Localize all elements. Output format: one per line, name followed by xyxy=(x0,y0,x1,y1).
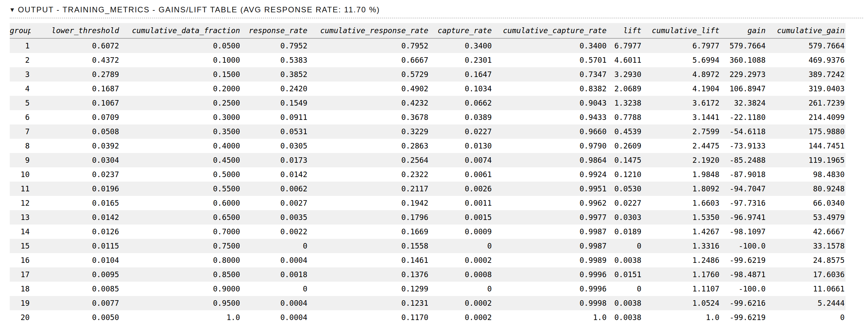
table-cell: 7 xyxy=(10,124,31,139)
table-cell: 0.9977 xyxy=(493,210,608,224)
table-cell: 0.9998 xyxy=(493,296,608,310)
table-cell: 0.2301 xyxy=(429,53,493,67)
table-cell: 0.2500 xyxy=(120,96,241,110)
table-cell: 0.2117 xyxy=(308,182,429,196)
table-cell: 0.1210 xyxy=(608,167,642,182)
table-cell: 0.0392 xyxy=(31,139,120,153)
column-header-capture-rate: capture_rate xyxy=(429,23,493,38)
table-cell: 0.0004 xyxy=(241,296,308,310)
column-header-cumulative-response-rate: cumulative_response_rate xyxy=(308,23,429,38)
table-cell: 0.0165 xyxy=(31,196,120,210)
table-cell: 14 xyxy=(10,224,31,239)
table-cell: 0.2322 xyxy=(308,167,429,182)
table-cell: 0.0227 xyxy=(429,124,493,139)
table-cell: -99.6219 xyxy=(720,310,767,321)
table-cell: 389.7242 xyxy=(767,67,845,81)
table-row: 140.01260.70000.00220.16690.00090.99870.… xyxy=(10,224,845,239)
table-cell: 0 xyxy=(241,282,308,296)
table-cell: 0.9987 xyxy=(493,224,608,239)
column-header-cumulative-capture-rate: cumulative_capture_rate xyxy=(493,23,608,38)
table-cell: 16 xyxy=(10,253,31,268)
table-row: 20.43720.10000.53830.66670.23010.57014.6… xyxy=(10,53,845,67)
table-cell: 119.1965 xyxy=(767,153,845,167)
table-cell: 0.3400 xyxy=(429,38,493,53)
table-cell: -100.0 xyxy=(720,239,767,253)
table-cell: 0.1942 xyxy=(308,196,429,210)
table-cell: 0.9433 xyxy=(493,110,608,124)
table-cell: 0.7000 xyxy=(120,224,241,239)
table-cell: 0 xyxy=(767,310,845,321)
table-cell: 1.0 xyxy=(493,310,608,321)
table-cell: 2.7599 xyxy=(642,124,720,139)
table-row: 90.03040.45000.01730.25640.00740.98640.1… xyxy=(10,153,845,167)
table-cell: -99.6216 xyxy=(720,296,767,310)
table-cell: 6 xyxy=(10,110,31,124)
table-row: 150.01150.750000.155800.998701.3316-100.… xyxy=(10,239,845,253)
table-cell: 0.3678 xyxy=(308,110,429,124)
table-cell: 469.9376 xyxy=(767,53,845,67)
table-cell: 0 xyxy=(608,239,642,253)
table-cell: 0.0227 xyxy=(608,196,642,210)
table-header-row: group lower_threshold cumulative_data_fr… xyxy=(10,23,845,38)
table-cell: 8 xyxy=(10,139,31,153)
table-cell: 0.1000 xyxy=(120,53,241,67)
table-cell: 5.2444 xyxy=(767,296,845,310)
table-cell: 4.6011 xyxy=(608,53,642,67)
table-cell: 20 xyxy=(10,310,31,321)
table-cell: 0.5500 xyxy=(120,182,241,196)
table-cell: 1.0524 xyxy=(642,296,720,310)
table-cell: 1.5350 xyxy=(642,210,720,224)
table-cell: 0.0008 xyxy=(429,268,493,282)
section-header-toggle[interactable]: ▾ OUTPUT - TRAINING_METRICS - GAINS/LIFT… xyxy=(10,0,863,19)
table-cell: 12 xyxy=(10,196,31,210)
table-cell: 0.2863 xyxy=(308,139,429,153)
table-cell: 0.5000 xyxy=(120,167,241,182)
table-cell: 319.0403 xyxy=(767,81,845,96)
table-cell: 5.6994 xyxy=(642,53,720,67)
table-cell: 2 xyxy=(10,53,31,67)
table-cell: 18 xyxy=(10,282,31,296)
table-cell: 0.1647 xyxy=(429,67,493,81)
table-cell: 0 xyxy=(429,239,493,253)
table-cell: 0.7952 xyxy=(241,38,308,53)
table-cell: 0.1170 xyxy=(308,310,429,321)
table-cell: 0.9951 xyxy=(493,182,608,196)
table-cell: 0.8500 xyxy=(120,268,241,282)
table-cell: 0.7347 xyxy=(493,67,608,81)
table-cell: 0.6000 xyxy=(120,196,241,210)
table-cell: 3.2930 xyxy=(608,67,642,81)
table-cell: 98.4830 xyxy=(767,167,845,182)
table-cell: 0.0062 xyxy=(241,182,308,196)
table-cell: 0.0015 xyxy=(429,210,493,224)
table-cell: 0.9987 xyxy=(493,239,608,253)
table-cell: 0.0142 xyxy=(241,167,308,182)
table-cell: 0.2564 xyxy=(308,153,429,167)
table-cell: 17 xyxy=(10,268,31,282)
table-row: 40.16870.20000.24200.49020.10340.83822.0… xyxy=(10,81,845,96)
table-cell: 0.0095 xyxy=(31,268,120,282)
table-cell: 0.0002 xyxy=(429,310,493,321)
table-cell: 6.7977 xyxy=(642,38,720,53)
table-cell: 0.1231 xyxy=(308,296,429,310)
table-cell: 0.2000 xyxy=(120,81,241,96)
collapse-caret-icon[interactable]: ▾ xyxy=(10,6,14,13)
table-cell: 0.0130 xyxy=(429,139,493,153)
table-cell: 0.0009 xyxy=(429,224,493,239)
table-cell: 1.3238 xyxy=(608,96,642,110)
table-cell: 6.7977 xyxy=(608,38,642,53)
table-cell: 0.4902 xyxy=(308,81,429,96)
table-cell: 0.0018 xyxy=(241,268,308,282)
table-cell: 0.2420 xyxy=(241,81,308,96)
table-cell: 0.8382 xyxy=(493,81,608,96)
table-row: 100.02370.50000.01420.23220.00610.99240.… xyxy=(10,167,845,182)
table-cell: 0.9989 xyxy=(493,253,608,268)
table-cell: 2.1920 xyxy=(642,153,720,167)
table-cell: 0.0035 xyxy=(241,210,308,224)
table-cell: 0.0304 xyxy=(31,153,120,167)
table-row: 190.00770.95000.00040.12310.00020.99980.… xyxy=(10,296,845,310)
table-cell: 0.0002 xyxy=(429,253,493,268)
table-row: 160.01040.80000.00040.14610.00020.99890.… xyxy=(10,253,845,268)
table-row: 170.00950.85000.00180.13760.00080.99960.… xyxy=(10,268,845,282)
table-cell: 0.0002 xyxy=(429,296,493,310)
section-title: OUTPUT - TRAINING_METRICS - GAINS/LIFT T… xyxy=(18,5,380,14)
